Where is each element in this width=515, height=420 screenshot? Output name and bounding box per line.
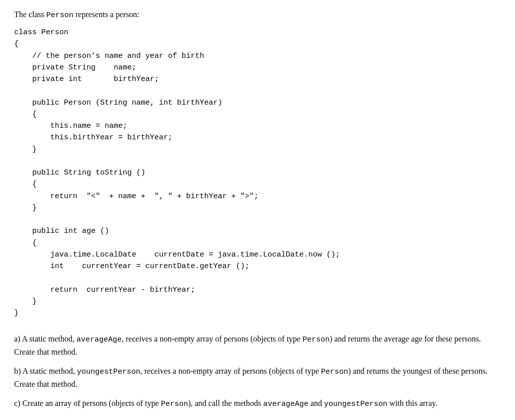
intro-prefix: The class — [14, 10, 46, 19]
qb-t1: b) A static method, — [14, 367, 77, 375]
qb-t2: , receives a non-empty array of persons … — [140, 367, 321, 375]
questions-section: a) A static method, averageAge, receives… — [14, 333, 501, 410]
qa-m2: Person — [302, 335, 329, 344]
qc-t2: ), and call the methods — [188, 399, 263, 407]
intro-suffix: represents a person: — [73, 10, 139, 19]
qc-t3: and — [308, 399, 324, 407]
qc-m3: youngestPerson — [324, 400, 387, 408]
qa-t1: a) A static method, — [14, 334, 76, 343]
qc-t4: with this array. — [387, 399, 437, 407]
qa-t2: , receives a non-empty array of persons … — [122, 334, 302, 343]
intro-paragraph: The class Person represents a person: — [14, 10, 501, 20]
qc-t1: c) Create an array of persons (objects o… — [14, 399, 161, 407]
question-b: b) A static method, youngestPerson, rece… — [14, 365, 501, 390]
qa-m1: averageAge — [76, 335, 122, 344]
qc-m2: averageAge — [263, 400, 308, 408]
qc-m1: Person — [161, 400, 188, 408]
code-block: class Person { // the person's name and … — [14, 27, 501, 319]
qb-m2: Person — [321, 368, 348, 376]
question-c: c) Create an array of persons (objects o… — [14, 397, 501, 410]
qb-m1: youngestPerson — [77, 368, 140, 376]
question-a: a) A static method, averageAge, receives… — [14, 333, 501, 358]
intro-classname: Person — [46, 11, 73, 20]
